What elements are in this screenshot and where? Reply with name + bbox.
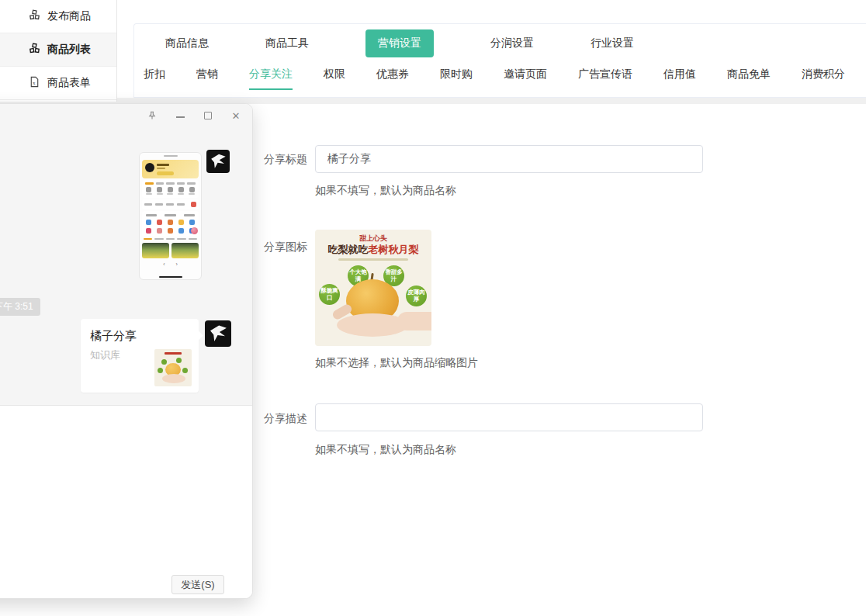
tab-ad-slogan[interactable]: 广告宣传语: [578, 67, 632, 90]
tab-profit-settings[interactable]: 分润设置: [490, 36, 534, 50]
share-desc-input[interactable]: [315, 403, 703, 431]
maximize-icon[interactable]: [203, 110, 213, 121]
shared-screenshot-message[interactable]: ‹›: [139, 152, 202, 280]
primary-tabs: 商品信息 商品工具 营销设置 分润设置 行业设置: [134, 24, 866, 58]
cubes-icon: [29, 9, 40, 23]
image-subtitle-line: [338, 258, 408, 261]
tab-discount[interactable]: 折扣: [144, 67, 165, 90]
share-title-input[interactable]: [315, 145, 703, 173]
sidebar-item-publish-product[interactable]: 发布商品: [0, 0, 116, 33]
tab-product-info[interactable]: 商品信息: [165, 36, 209, 50]
sidebar-item-product-form[interactable]: x 商品表单: [0, 67, 116, 100]
sidebar-item-label: 商品表单: [47, 76, 91, 90]
tab-coupon[interactable]: 优惠券: [376, 67, 409, 90]
share-title-hint: 如果不填写，默认为商品名称: [315, 184, 456, 198]
share-desc-hint: 如果不填写，默认为商品名称: [315, 443, 456, 457]
settings-tabs-panel: 商品信息 商品工具 营销设置 分润设置 行业设置 折扣 营销 分享关注 权限 优…: [133, 23, 866, 98]
tab-permissions[interactable]: 权限: [324, 67, 345, 90]
send-button[interactable]: 发送(S): [171, 575, 224, 594]
share-card-title: 橘子分享: [90, 329, 189, 344]
share-icon-image[interactable]: 甜上心头 吃梨就吃老树秋月梨 个大饱满 香甜多汁 酥脆爽口 皮薄肉厚: [315, 230, 431, 346]
share-card-thumbnail: [154, 349, 192, 386]
sidebar-item-label: 商品列表: [47, 43, 91, 57]
tab-marketing[interactable]: 营销: [196, 67, 218, 90]
tab-invite-page[interactable]: 邀请页面: [504, 67, 547, 90]
window-titlebar: ✕: [0, 104, 252, 127]
tab-free-order[interactable]: 商品免单: [727, 67, 771, 90]
close-icon[interactable]: ✕: [230, 110, 241, 121]
pin-icon[interactable]: [147, 110, 158, 121]
file-x-icon: x: [29, 76, 40, 90]
share-title-label: 分享标题: [262, 153, 307, 167]
tab-credit-value[interactable]: 信用值: [663, 67, 696, 90]
sidebar: 发布商品 商品列表 x 商品表单: [0, 0, 117, 102]
tab-product-tools[interactable]: 商品工具: [265, 36, 309, 50]
sender-avatar: [206, 150, 230, 173]
chat-message-area: ✕: [0, 104, 252, 405]
secondary-tabs: 折扣 营销 分享关注 权限 优惠券 限时购 邀请页面 广告宣传语 信用值 商品免…: [134, 58, 866, 90]
screen: 发布商品 商品列表 x 商品表单 商品信息: [0, 0, 866, 616]
chat-input-area[interactable]: 发送(S): [0, 405, 252, 598]
tab-consume-points[interactable]: 消费积分: [802, 67, 845, 90]
image-badge: 酥脆爽口: [319, 284, 340, 305]
tab-industry-settings[interactable]: 行业设置: [591, 36, 634, 50]
hand-wrist: [397, 312, 431, 330]
minimize-icon[interactable]: [175, 110, 185, 121]
tab-marketing-settings[interactable]: 营销设置: [365, 29, 434, 57]
tab-flash-sale[interactable]: 限时购: [440, 67, 473, 90]
image-badge: 皮薄肉厚: [406, 286, 427, 306]
wechat-share-window: ✕: [0, 103, 253, 599]
share-link-card[interactable]: 橘子分享 知识库: [81, 319, 199, 393]
tab-share-follow[interactable]: 分享关注: [249, 67, 293, 90]
sidebar-item-product-list[interactable]: 商品列表: [0, 33, 116, 67]
share-icon-label: 分享图标: [262, 241, 307, 254]
image-title: 吃梨就吃老树秋月梨: [315, 243, 431, 257]
share-desc-label: 分享描述: [262, 412, 307, 426]
sidebar-item-label: 发布商品: [47, 9, 91, 23]
share-icon-hint: 如果不选择，默认为商品缩略图片: [315, 356, 478, 370]
message-timestamp: 下午 3:51: [0, 298, 40, 316]
sender-avatar: [205, 320, 231, 347]
svg-text:x: x: [33, 80, 36, 86]
cubes-icon: [29, 43, 40, 57]
mini-app-header: [142, 160, 199, 178]
